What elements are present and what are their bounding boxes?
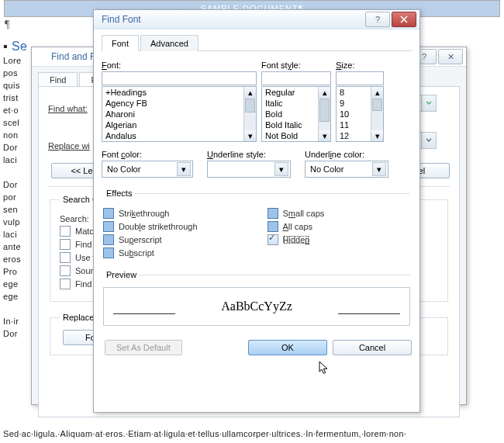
all-caps-checkbox[interactable]: All caps (268, 221, 325, 232)
chevron-down-icon: ▾ (274, 162, 288, 176)
underline-style-select[interactable]: ▾ (207, 161, 291, 178)
help-button[interactable]: ? (365, 12, 390, 27)
cancel-button[interactable]: Cancel (333, 340, 412, 355)
mouse-cursor-icon (319, 361, 330, 376)
font-color-label: Font color: (102, 150, 193, 159)
heading-text: Se (12, 40, 27, 53)
chevron-down-icon: ▾ (177, 162, 191, 176)
list-item[interactable]: +Headings (102, 87, 256, 98)
subscript-checkbox[interactable]: Subscript (103, 247, 198, 258)
scrollbar[interactable]: ▴ ▾ (318, 87, 330, 141)
ok-button[interactable]: OK (248, 340, 327, 355)
preview-box: AaBbCcYyZz (103, 287, 410, 326)
preview-group: Preview AaBbCcYyZz (103, 270, 410, 326)
font-input[interactable] (102, 71, 257, 85)
size-label: Size: (336, 61, 384, 70)
preview-sample-text: AaBbCcYyZz (221, 299, 292, 313)
word-dialog-icon (35, 50, 47, 63)
scrollbar[interactable]: ▴ ▾ (243, 87, 256, 141)
chevron-down-icon: ▾ (372, 162, 386, 176)
scroll-up-icon[interactable]: ▴ (244, 87, 256, 98)
find-font-titlebar[interactable]: Find Font ? (94, 10, 419, 29)
bottom-body-text: Sed·ac·ligula.·Aliquam·at·eros.·Etiam·at… (3, 429, 501, 438)
font-color-select[interactable]: No Color▾ (102, 161, 193, 178)
effects-group: Effects Strikethrough Double strikethrou… (103, 189, 410, 261)
underline-style-label: Underline style: (207, 150, 291, 159)
replace-legend: Replace (60, 313, 97, 322)
dropdown-arrow-icon[interactable] (421, 133, 436, 148)
scroll-thumb[interactable] (372, 99, 382, 111)
scroll-thumb[interactable] (319, 99, 330, 122)
scroll-up-icon[interactable]: ▴ (371, 87, 383, 98)
font-style-label: Font style: (261, 61, 331, 70)
close-button[interactable] (392, 12, 416, 27)
small-caps-checkbox[interactable]: Small caps (268, 208, 325, 219)
superscript-checkbox[interactable]: Superscript (103, 234, 198, 245)
size-listbox[interactable]: 8 9 10 11 12 ▴ ▾ (336, 86, 384, 142)
tab-advanced[interactable]: Advanced (140, 35, 198, 51)
double-strikethrough-checkbox[interactable]: Double strikethrough (103, 221, 198, 232)
underline-color-select[interactable]: No Color▾ (305, 161, 388, 178)
scroll-thumb[interactable] (245, 99, 255, 112)
hidden-checkbox[interactable]: Hidden (268, 234, 325, 245)
font-style-input[interactable] (261, 71, 331, 85)
scroll-down-icon[interactable]: ▾ (319, 130, 330, 141)
strikethrough-checkbox[interactable]: Strikethrough (103, 208, 198, 219)
list-item[interactable]: Algerian (102, 119, 256, 130)
size-input[interactable] (336, 71, 384, 85)
find-font-dialog: Find Font ? Font Advanced FFont:ont: +He… (93, 9, 420, 413)
font-style-listbox[interactable]: Regular Italic Bold Bold Italic Not Bold… (261, 86, 331, 142)
preview-legend: Preview (103, 270, 140, 279)
effects-legend: Effects (103, 189, 135, 198)
list-item[interactable]: Andalus (102, 130, 256, 141)
scrollbar[interactable]: ▴ ▾ (371, 87, 383, 141)
font-label: FFont:ont: (102, 61, 257, 70)
scroll-down-icon[interactable]: ▾ (371, 130, 383, 141)
scroll-down-icon[interactable]: ▾ (244, 130, 256, 141)
underline-color-label: Underline color: (305, 150, 388, 159)
tab-find[interactable]: Find (38, 72, 78, 87)
list-item[interactable]: Agency FB (102, 98, 256, 109)
dropdown-arrow-icon[interactable] (421, 95, 436, 111)
scroll-up-icon[interactable]: ▴ (319, 87, 330, 98)
font-listbox[interactable]: +Headings Agency FB Aharoni Algerian And… (102, 86, 257, 142)
find-font-title: Find Font (97, 14, 364, 25)
tab-font[interactable]: Font (102, 35, 139, 51)
list-item[interactable]: Aharoni (102, 109, 256, 119)
set-as-default-button: Set As Default (105, 340, 182, 355)
close-button[interactable]: ✕ (438, 49, 463, 64)
